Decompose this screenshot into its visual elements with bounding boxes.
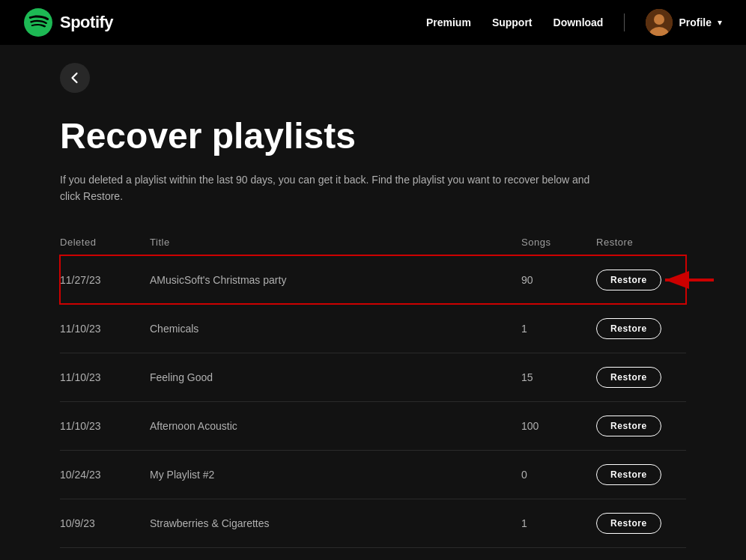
profile-menu[interactable]: Profile ▾ — [646, 9, 722, 36]
cell-title: Chemicals — [150, 304, 521, 353]
back-arrow-icon — [69, 72, 81, 84]
cell-restore: Restore — [596, 353, 686, 401]
cell-songs: 1 — [521, 304, 596, 353]
restore-button[interactable]: Restore — [596, 464, 661, 485]
avatar — [646, 9, 673, 36]
cell-deleted: 10/24/23 — [60, 450, 150, 499]
cell-songs: 0 — [521, 450, 596, 499]
page-description: If you deleted a playlist within the las… — [60, 171, 599, 205]
svg-point-2 — [654, 14, 664, 25]
avatar-image — [646, 9, 673, 36]
cell-deleted: 11/10/23 — [60, 304, 150, 353]
svg-point-0 — [24, 8, 52, 37]
table-row: 11/27/23AMusicSoft's Christmas party90Re… — [60, 255, 686, 304]
profile-label: Profile — [679, 16, 712, 28]
spotify-logo-icon — [24, 8, 52, 37]
col-header-deleted: Deleted — [60, 229, 150, 256]
cell-songs: 100 — [521, 401, 596, 450]
restore-button[interactable]: Restore — [596, 416, 661, 436]
back-button[interactable] — [60, 63, 90, 93]
spotify-wordmark: Spotify — [60, 13, 113, 32]
cell-title: Strawberries & Cigarettes — [150, 499, 521, 547]
cell-restore: Restore — [596, 450, 686, 499]
restore-button[interactable]: Restore — [596, 270, 661, 290]
cell-title: Afternoon Acoustic — [150, 401, 521, 450]
table-row: 10/24/23My Playlist #20Restore — [60, 450, 686, 499]
table-row: 11/10/23Afternoon Acoustic100Restore — [60, 401, 686, 450]
cell-restore: Restore — [596, 304, 686, 353]
spotify-logo-area[interactable]: Spotify — [24, 8, 113, 37]
download-nav-link[interactable]: Download — [554, 16, 604, 28]
restore-button[interactable]: Restore — [596, 513, 661, 534]
restore-button[interactable]: Restore — [596, 318, 661, 339]
cell-deleted: 11/10/23 — [60, 401, 150, 450]
col-header-songs: Songs — [521, 229, 596, 256]
page-title: Recover playlists — [60, 117, 686, 156]
cell-restore: Restore — [596, 255, 686, 304]
cell-deleted: 10/9/23 — [60, 499, 150, 547]
support-nav-link[interactable]: Support — [492, 16, 533, 28]
table-row: 11/10/23Chemicals1Restore — [60, 304, 686, 353]
main-nav: Premium Support Download Profile ▾ — [426, 9, 722, 36]
restore-button[interactable]: Restore — [596, 367, 661, 388]
col-header-restore: Restore — [596, 229, 686, 256]
playlists-table: Deleted Title Songs Restore 11/27/23AMus… — [60, 229, 686, 548]
table-header-row: Deleted Title Songs Restore — [60, 229, 686, 256]
cell-title: Feeling Good — [150, 353, 521, 401]
chevron-down-icon: ▾ — [718, 17, 722, 28]
cell-songs: 15 — [521, 353, 596, 401]
premium-nav-link[interactable]: Premium — [426, 16, 471, 28]
nav-divider — [624, 13, 625, 31]
cell-deleted: 11/27/23 — [60, 255, 150, 304]
col-header-title: Title — [150, 229, 521, 256]
cell-songs: 1 — [521, 499, 596, 547]
cell-restore: Restore — [596, 499, 686, 547]
table-row: 10/9/23Strawberries & Cigarettes1Restore — [60, 499, 686, 547]
cell-restore: Restore — [596, 401, 686, 450]
cell-title: AMusicSoft's Christmas party — [150, 255, 521, 304]
cell-songs: 90 — [521, 255, 596, 304]
cell-title: My Playlist #2 — [150, 450, 521, 499]
cell-deleted: 11/10/23 — [60, 353, 150, 401]
table-row: 11/10/23Feeling Good15Restore — [60, 353, 686, 401]
